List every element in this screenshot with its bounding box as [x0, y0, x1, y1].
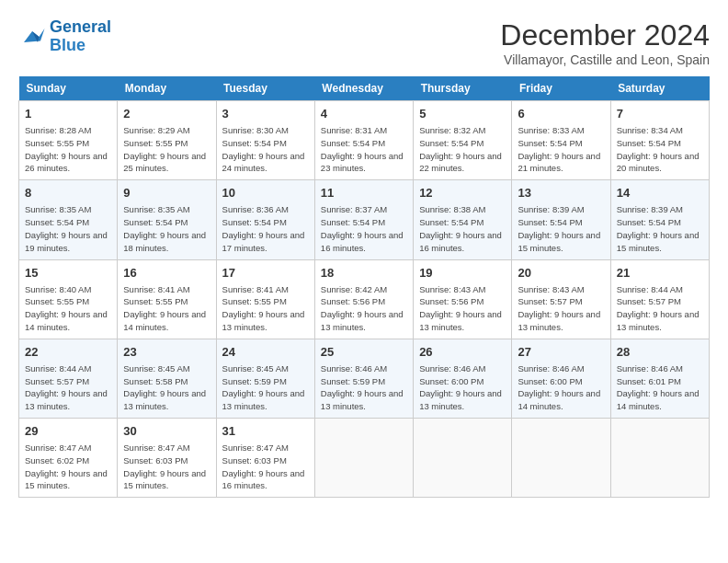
- day-info: Sunrise: 8:45 AMSunset: 5:59 PMDaylight:…: [222, 362, 309, 413]
- day-info: Sunrise: 8:36 AMSunset: 5:54 PMDaylight:…: [222, 203, 309, 254]
- month-title: December 2024: [500, 18, 710, 52]
- day-info: Sunrise: 8:31 AMSunset: 5:54 PMDaylight:…: [321, 124, 407, 175]
- calendar-table: SundayMondayTuesdayWednesdayThursdayFrid…: [18, 76, 710, 498]
- day-info: Sunrise: 8:35 AMSunset: 5:54 PMDaylight:…: [123, 203, 210, 254]
- day-info: Sunrise: 8:47 AMSunset: 6:03 PMDaylight:…: [123, 442, 210, 492]
- calendar-cell: 4Sunrise: 8:31 AMSunset: 5:54 PMDaylight…: [314, 101, 413, 180]
- calendar-week-1: 1Sunrise: 8:28 AMSunset: 5:55 PMDaylight…: [19, 101, 710, 180]
- title-block: December 2024 Villamayor, Castille and L…: [500, 18, 710, 67]
- day-number: 10: [222, 185, 309, 201]
- day-number: 12: [419, 185, 506, 201]
- day-number: 28: [617, 344, 703, 361]
- day-number: 8: [25, 185, 111, 201]
- calendar-cell: 16Sunrise: 8:41 AMSunset: 5:55 PMDayligh…: [118, 259, 216, 339]
- day-info: Sunrise: 8:43 AMSunset: 5:57 PMDaylight:…: [518, 283, 604, 334]
- calendar-cell: 13Sunrise: 8:39 AMSunset: 5:54 PMDayligh…: [512, 180, 610, 259]
- day-info: Sunrise: 8:28 AMSunset: 5:55 PMDaylight:…: [25, 124, 111, 175]
- day-info: Sunrise: 8:42 AMSunset: 5:56 PMDaylight:…: [321, 283, 407, 334]
- logo-icon: [18, 23, 46, 51]
- day-info: Sunrise: 8:45 AMSunset: 5:58 PMDaylight:…: [123, 362, 210, 413]
- day-number: 3: [222, 106, 309, 122]
- day-number: 5: [419, 106, 506, 122]
- calendar-cell: 23Sunrise: 8:45 AMSunset: 5:58 PMDayligh…: [118, 339, 216, 418]
- day-number: 13: [518, 185, 604, 201]
- day-number: 22: [25, 344, 111, 361]
- calendar-cell: 12Sunrise: 8:38 AMSunset: 5:54 PMDayligh…: [414, 180, 512, 259]
- calendar-cell: [512, 419, 610, 498]
- day-number: 11: [321, 185, 407, 201]
- calendar-cell: 19Sunrise: 8:43 AMSunset: 5:56 PMDayligh…: [414, 259, 512, 339]
- weekday-header-sunday: Sunday: [19, 76, 118, 101]
- calendar-week-2: 8Sunrise: 8:35 AMSunset: 5:54 PMDaylight…: [19, 180, 710, 259]
- calendar-cell: 27Sunrise: 8:46 AMSunset: 6:00 PMDayligh…: [512, 339, 610, 418]
- calendar-cell: 25Sunrise: 8:46 AMSunset: 5:59 PMDayligh…: [314, 339, 413, 418]
- day-number: 15: [25, 265, 111, 282]
- day-info: Sunrise: 8:44 AMSunset: 5:57 PMDaylight:…: [25, 362, 111, 413]
- calendar-week-4: 22Sunrise: 8:44 AMSunset: 5:57 PMDayligh…: [19, 339, 710, 418]
- logo-text: General Blue: [50, 18, 111, 55]
- day-info: Sunrise: 8:39 AMSunset: 5:54 PMDaylight:…: [518, 203, 604, 254]
- day-info: Sunrise: 8:33 AMSunset: 5:54 PMDaylight:…: [518, 124, 604, 175]
- day-number: 19: [419, 265, 506, 282]
- day-info: Sunrise: 8:46 AMSunset: 6:00 PMDaylight:…: [518, 362, 604, 413]
- calendar-cell: [414, 419, 512, 498]
- day-info: Sunrise: 8:44 AMSunset: 5:57 PMDaylight:…: [617, 283, 703, 334]
- calendar-cell: 3Sunrise: 8:30 AMSunset: 5:54 PMDaylight…: [216, 101, 314, 180]
- calendar-cell: 8Sunrise: 8:35 AMSunset: 5:54 PMDaylight…: [19, 180, 118, 259]
- day-info: Sunrise: 8:34 AMSunset: 5:54 PMDaylight:…: [617, 124, 703, 175]
- page-header: General Blue December 2024 Villamayor, C…: [18, 18, 710, 67]
- day-number: 16: [123, 265, 210, 282]
- weekday-header-wednesday: Wednesday: [314, 76, 413, 101]
- calendar-cell: 2Sunrise: 8:29 AMSunset: 5:55 PMDaylight…: [118, 101, 216, 180]
- day-info: Sunrise: 8:46 AMSunset: 6:00 PMDaylight:…: [419, 362, 506, 413]
- day-number: 2: [123, 106, 210, 122]
- calendar-cell: 18Sunrise: 8:42 AMSunset: 5:56 PMDayligh…: [314, 259, 413, 339]
- calendar-cell: 7Sunrise: 8:34 AMSunset: 5:54 PMDaylight…: [610, 101, 709, 180]
- logo: General Blue: [18, 18, 111, 55]
- calendar-cell: 22Sunrise: 8:44 AMSunset: 5:57 PMDayligh…: [19, 339, 118, 418]
- day-info: Sunrise: 8:43 AMSunset: 5:56 PMDaylight:…: [419, 283, 506, 334]
- day-number: 27: [518, 344, 604, 361]
- weekday-header-saturday: Saturday: [610, 76, 709, 101]
- day-info: Sunrise: 8:41 AMSunset: 5:55 PMDaylight:…: [222, 283, 309, 334]
- calendar-cell: 31Sunrise: 8:47 AMSunset: 6:03 PMDayligh…: [216, 419, 314, 498]
- day-number: 24: [222, 344, 309, 361]
- calendar-cell: 29Sunrise: 8:47 AMSunset: 6:02 PMDayligh…: [19, 419, 118, 498]
- day-number: 29: [25, 423, 111, 440]
- day-info: Sunrise: 8:41 AMSunset: 5:55 PMDaylight:…: [123, 283, 210, 334]
- day-number: 23: [123, 344, 210, 361]
- day-info: Sunrise: 8:35 AMSunset: 5:54 PMDaylight:…: [25, 203, 111, 254]
- day-info: Sunrise: 8:46 AMSunset: 5:59 PMDaylight:…: [321, 362, 407, 413]
- day-number: 30: [123, 423, 210, 440]
- calendar-cell: 20Sunrise: 8:43 AMSunset: 5:57 PMDayligh…: [512, 259, 610, 339]
- calendar-cell: 30Sunrise: 8:47 AMSunset: 6:03 PMDayligh…: [118, 419, 216, 498]
- day-info: Sunrise: 8:47 AMSunset: 6:03 PMDaylight:…: [222, 442, 309, 492]
- day-info: Sunrise: 8:29 AMSunset: 5:55 PMDaylight:…: [123, 124, 210, 175]
- day-info: Sunrise: 8:40 AMSunset: 5:55 PMDaylight:…: [25, 283, 111, 334]
- calendar-week-3: 15Sunrise: 8:40 AMSunset: 5:55 PMDayligh…: [19, 259, 710, 339]
- day-number: 4: [321, 106, 407, 122]
- day-number: 1: [25, 106, 111, 122]
- calendar-week-5: 29Sunrise: 8:47 AMSunset: 6:02 PMDayligh…: [19, 419, 710, 498]
- day-number: 17: [222, 265, 309, 282]
- day-number: 25: [321, 344, 407, 361]
- calendar-header-row: SundayMondayTuesdayWednesdayThursdayFrid…: [19, 76, 710, 101]
- day-number: 31: [222, 423, 309, 440]
- day-info: Sunrise: 8:39 AMSunset: 5:54 PMDaylight:…: [617, 203, 703, 254]
- calendar-cell: 1Sunrise: 8:28 AMSunset: 5:55 PMDaylight…: [19, 101, 118, 180]
- calendar-cell: 17Sunrise: 8:41 AMSunset: 5:55 PMDayligh…: [216, 259, 314, 339]
- calendar-cell: 5Sunrise: 8:32 AMSunset: 5:54 PMDaylight…: [414, 101, 512, 180]
- calendar-cell: 14Sunrise: 8:39 AMSunset: 5:54 PMDayligh…: [610, 180, 709, 259]
- day-number: 26: [419, 344, 506, 361]
- weekday-header-friday: Friday: [512, 76, 610, 101]
- day-number: 18: [321, 265, 407, 282]
- day-info: Sunrise: 8:46 AMSunset: 6:01 PMDaylight:…: [617, 362, 703, 413]
- day-number: 9: [123, 185, 210, 201]
- calendar-cell: 6Sunrise: 8:33 AMSunset: 5:54 PMDaylight…: [512, 101, 610, 180]
- calendar-cell: 21Sunrise: 8:44 AMSunset: 5:57 PMDayligh…: [610, 259, 709, 339]
- weekday-header-tuesday: Tuesday: [216, 76, 314, 101]
- location-subtitle: Villamayor, Castille and Leon, Spain: [500, 52, 710, 67]
- calendar-cell: 10Sunrise: 8:36 AMSunset: 5:54 PMDayligh…: [216, 180, 314, 259]
- calendar-cell: 24Sunrise: 8:45 AMSunset: 5:59 PMDayligh…: [216, 339, 314, 418]
- weekday-header-thursday: Thursday: [414, 76, 512, 101]
